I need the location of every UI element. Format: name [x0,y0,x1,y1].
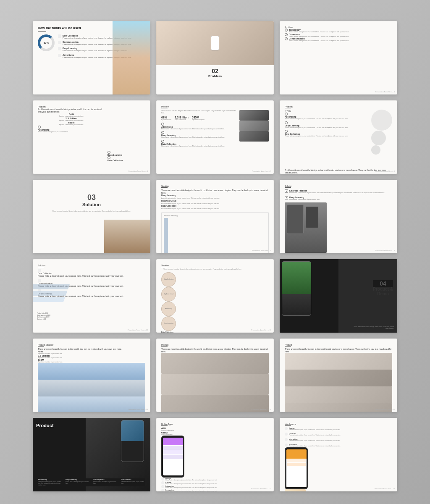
slide-10: Solution Data CollectionPlease write a d… [33,259,150,333]
slide-8-quote: There are most beautiful design in the w… [161,189,269,194]
s5-check-2: · [161,131,164,134]
slide-6-title: Problem [285,105,369,108]
item-icon-1 [58,34,61,38]
s8-item-title-3: Data Collection [161,205,269,207]
s16-item-desc-4: Please write a description of your conte… [121,481,145,485]
s18-icon-3 [285,438,288,441]
slide-13-divider [38,346,44,346]
chart-box-1 [38,363,145,380]
s15-photo-1 [285,353,392,370]
slide-12-content: 04 Product & Demo [373,280,393,296]
s9-icon-1: ⊞ [285,189,288,193]
s5-feat-desc-3: Please write a description of your conte… [161,145,237,147]
s16-item-title-4: Transactions [121,478,145,480]
s8-item-3: Data CollectionAssociate a description o… [161,205,269,210]
slide-18-divider [285,425,291,426]
slide-grid: How the funds will be used 67% Data Coll… [16,0,414,504]
slide-9-photo [285,202,327,253]
slide-1-divider [38,32,46,32]
slide-17-phone [161,436,269,478]
s9-bottom-1: 01.Deep Collection [285,253,392,253]
slide-11-title: Solution [161,264,269,267]
slide-18-phone [285,447,308,489]
s16-item-title-1: Advertising [38,478,62,480]
check-icon-2: ✓ [285,33,288,36]
s5-feat-1: ·AdvertisingPlease write a description o… [161,123,237,130]
iso-label-3: App Downloads 2,500 [37,316,50,318]
s9-feat-desc-2: Please write a description of your conte… [289,199,320,201]
slide-9-divider [285,187,291,188]
item-icon-3 [58,47,61,50]
iso-svg [33,259,87,314]
page-num-6: Presentation Name Here — 6 [375,171,395,172]
slide-17-divider [161,425,168,426]
slide-2-image-inner [156,21,274,65]
slide-14-quote: There are most beautiful design in the w… [161,348,269,353]
stat-2: 2.3 BillionReported a description of you… [38,117,105,121]
item-icon-4 [58,54,61,57]
s4-check-1: · [38,126,41,129]
s8-item-1: Deep LearningAssociate a description of … [161,194,269,200]
page-num-10: Presentation Name Here — 10 [128,329,148,331]
stat-1: 64%Reported a description of your conten… [38,113,105,117]
s9-feat-body-2: Deep LearningPlease write a description … [289,196,320,201]
s5-feat-desc-2: Please write a description of your conte… [161,136,237,139]
slide-12-quote: There are most beautiful design in the w… [352,326,394,329]
slide-8-title: Solution [161,185,269,187]
slide-1: How the funds will be used 67% Data Coll… [33,21,150,94]
slide-11-divider [161,267,168,267]
donut-chart: 67% [38,34,55,51]
s5-feat-2: ·Deep LearningPlease write a description… [161,131,237,139]
s9-feat-2: ⊞ Deep LearningPlease write a descriptio… [285,196,392,201]
s4-check-3: · [108,156,110,159]
slide-18-content: DesignPlease write a description of your… [285,427,392,491]
slide-14-title: Product [161,344,269,346]
page-num-9: Presentation Name Here — 9 [375,250,395,252]
s5-stat-num-2: 2.3 Billion [175,116,189,119]
slide-9-bottom: 01.Deep Collection 02.Deep Learning 03.B… [285,253,392,253]
slide-17-stats: 48%Reported a description 635Mof your co… [161,427,269,436]
slide-8-chart-container: Revenue Planning [161,212,269,253]
s8-item-desc-3: Associate a description of your content … [161,208,269,210]
page-num-15: Presentation Name Here — 15 [375,409,395,410]
s8-item-2: Big Data CloudAssociate a description of… [161,200,269,205]
svg-rect-1 [33,291,68,296]
s6-feat-2: ·Deep LearningPlease write a description… [285,121,369,129]
slide-7-bg-image [104,220,150,253]
iso-label-4: Customer 5,100 [37,318,50,320]
s16-item-title-3: Subscriptions [93,478,118,480]
slide-8-grid: Deep LearningAssociate a description of … [161,194,269,210]
s6-feat-1: ·AdvertisingPlease write a description o… [285,113,369,120]
s4-check-2: · [108,151,110,154]
slide-16-phone [121,420,144,462]
bar-1 [164,218,168,231]
s18-feat-desc-3: Please write a description of your conte… [289,440,341,442]
page-num-14: Presentation Name Here — 14 [251,409,271,410]
slide-7-number: 03 [38,193,145,202]
slide-15-divider [285,346,291,346]
s5-feat-3: ·Data CollectionPlease write a descripti… [161,140,237,147]
slide-15: Product There are most beautiful design … [280,339,397,412]
s17-feat-2: ControlPlease write a description of you… [161,481,269,485]
s6-check-1: · [285,113,288,116]
slide-4-stats: 64%Reported a description of your conten… [38,113,105,126]
s6-feat-3: ·Data CollectionPlease write a descripti… [285,130,369,137]
page-num-8: Presentation Name Here — 8 [252,250,271,252]
s17-feat-desc-4: Please write a description of your conte… [165,491,217,491]
s5-feat-desc-1: Please write a description of your conte… [161,128,237,130]
s17-icon-3 [161,485,164,488]
phone-screen-18 [286,449,307,487]
circle-large [371,110,392,131]
slide-4-desc: Problem with most beautiful design in th… [38,108,105,113]
s5-stat-num-1: 68% [161,116,171,119]
circle-1: Data Collection [161,272,176,287]
slide-2-top-image [156,21,274,65]
page-num-3: Presentation Name Here — 3 [375,91,395,93]
slide-13-charts [38,363,145,412]
slide-4: Problem Problem with most beautiful desi… [33,100,150,174]
page-num-11: Presentation Name Here — 11 [251,329,271,331]
s4-feat-title-3: Data Collection [108,159,145,162]
s14-photo-1 [161,353,269,374]
slide-8-divider [161,187,168,188]
s16-item-desc-1: Please write a description of your conte… [38,481,62,486]
